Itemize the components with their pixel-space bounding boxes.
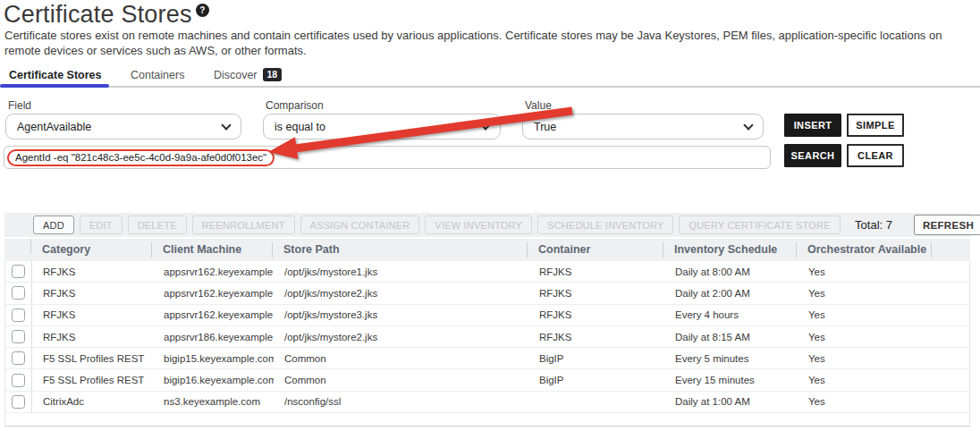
- table-cell: RFJKS: [528, 266, 664, 277]
- row-checkbox[interactable]: [12, 374, 25, 387]
- table-cell: F5 SSL Profiles REST: [32, 375, 153, 385]
- row-checkbox-cell: [5, 283, 32, 303]
- column-header-client-machine[interactable]: Client Machine: [152, 242, 273, 258]
- grid-toolbar: ADD EDIT DELETE REENROLLMENT ASSIGN CONT…: [4, 213, 970, 237]
- table-cell: Every 5 minutes: [664, 353, 798, 364]
- table-cell: /opt/jks/mystore3.jks: [274, 309, 528, 320]
- certificate-stores-page: Certificate Stores ? Certificate stores …: [0, 0, 980, 431]
- table-cell: Every 4 hours: [664, 309, 798, 320]
- table-cell: RFJKS: [528, 309, 664, 320]
- table-cell: CitrixAdc: [32, 396, 153, 407]
- table-cell: Daily at 2:00 AM: [664, 288, 798, 299]
- value-select[interactable]: True: [522, 114, 764, 139]
- page-title: Certificate Stores: [4, 1, 192, 29]
- table-cell: Daily at 8:00 AM: [664, 266, 798, 277]
- table-cell: ns3.keyexample.com: [153, 396, 274, 407]
- table-cell: bigip15.keyexample.com: [153, 353, 274, 364]
- chevron-down-icon: [743, 120, 753, 130]
- refresh-button[interactable]: REFRESH: [914, 215, 980, 235]
- row-checkbox[interactable]: [12, 265, 25, 278]
- table-cell: appsrvr186.keyexample.com: [153, 332, 274, 342]
- delete-button: DELETE: [128, 216, 187, 234]
- page-description: Certificate stores exist on remote machi…: [4, 28, 977, 59]
- header-filler: [932, 242, 970, 258]
- table-cell: Yes: [798, 396, 933, 407]
- help-icon[interactable]: ?: [196, 4, 209, 17]
- row-checkbox[interactable]: [12, 286, 25, 300]
- row-checkbox-cell: [5, 261, 32, 282]
- row-checkbox-cell: [5, 392, 32, 412]
- table-cell: Yes: [798, 353, 933, 364]
- table-row[interactable]: F5 SSL Profiles RESTbigip16.keyexample.c…: [5, 369, 969, 391]
- table-row[interactable]: RFJKSappsrvr162.keyexample.com/opt/jks/m…: [5, 261, 969, 283]
- tab-bar: Certificate Stores Containers Discover18: [0, 65, 980, 88]
- table-cell: Yes: [798, 266, 933, 277]
- tab-discover[interactable]: Discover18: [214, 68, 282, 81]
- column-header-store-path[interactable]: Store Path: [273, 242, 528, 258]
- table-cell: Common: [274, 375, 528, 385]
- table-cell: Yes: [798, 332, 933, 342]
- insert-button[interactable]: INSERT: [784, 114, 841, 137]
- column-header-orchestrator-available[interactable]: Orchestrator Available: [797, 242, 932, 258]
- table-cell: RFJKS: [32, 266, 153, 277]
- table-row[interactable]: RFJKSappsrvr186.keyexample.com/opt/jks/m…: [5, 326, 969, 348]
- add-button[interactable]: ADD: [33, 216, 74, 234]
- comparison-select[interactable]: is equal to: [263, 114, 501, 139]
- tab-certificate-stores[interactable]: Certificate Stores: [9, 69, 102, 81]
- table-cell: RFJKS: [32, 288, 153, 299]
- view-inventory-button: VIEW INVENTORY: [425, 216, 532, 234]
- schedule-inventory-button: SCHEDULE INVENTORY: [537, 216, 673, 234]
- select-all-column: [4, 239, 31, 254]
- table-cell: /nsconfig/ssl: [274, 396, 528, 407]
- table-row[interactable]: RFJKSappsrvr162.keyexample.com/opt/jks/m…: [5, 283, 969, 304]
- row-checkbox[interactable]: [12, 395, 25, 409]
- row-checkbox[interactable]: [12, 351, 25, 365]
- comparison-label: Comparison: [266, 99, 324, 112]
- table-cell: appsrvr162.keyexample.com: [153, 288, 274, 299]
- column-header-category[interactable]: Category: [31, 242, 152, 258]
- tab-containers[interactable]: Containers: [131, 69, 184, 81]
- table-cell: /opt/jks/mystore2.jks: [274, 288, 528, 299]
- column-header-container[interactable]: Container: [528, 242, 663, 258]
- query-input[interactable]: AgentId -eq "821c48c3-ee5c-4c0d-9a9a-afe…: [4, 146, 771, 169]
- table-cell: /opt/jks/mystore2.jks: [274, 332, 528, 342]
- table-cell: appsrvr162.keyexample.com: [153, 266, 274, 277]
- table-cell: RFJKS: [528, 288, 664, 299]
- table-cell: bigip16.keyexample.com: [153, 375, 274, 385]
- table-row[interactable]: CitrixAdcns3.keyexample.com/nsconfig/ssl…: [5, 392, 969, 413]
- edit-button: EDIT: [80, 216, 122, 234]
- search-button[interactable]: SEARCH: [784, 144, 841, 167]
- table-footer: [4, 413, 970, 427]
- row-checkbox-cell: [5, 348, 32, 368]
- table-cell: appsrvr162.keyexample.com: [153, 309, 274, 320]
- row-checkbox[interactable]: [12, 330, 25, 343]
- total-count: Total: 7: [855, 218, 892, 232]
- field-select[interactable]: AgentAvailable: [5, 114, 241, 139]
- table-cell: Daily at 1:00 AM: [664, 396, 798, 407]
- table-row[interactable]: F5 SSL Profiles RESTbigip15.keyexample.c…: [5, 348, 969, 369]
- row-checkbox-cell: [5, 305, 32, 325]
- certificate-stores-table: Category Client Machine Store Path Conta…: [4, 239, 970, 427]
- table-cell: RFJKS: [32, 332, 153, 342]
- table-cell: BigIP: [528, 353, 664, 364]
- clear-button[interactable]: CLEAR: [847, 144, 904, 167]
- table-cell: /opt/jks/mystore1.jks: [274, 266, 528, 277]
- reenrollment-button: REENROLLMENT: [192, 216, 295, 234]
- query-annotation-highlight: AgentId -eq "821c48c3-ee5c-4c0d-9a9a-afe…: [7, 149, 275, 166]
- table-body: RFJKSappsrvr162.keyexample.com/opt/jks/m…: [4, 261, 970, 413]
- tab-discover-label: Discover: [214, 69, 258, 81]
- column-header-inventory-schedule[interactable]: Inventory Schedule: [663, 242, 797, 258]
- field-select-value: AgentAvailable: [17, 121, 223, 133]
- table-header-row: Category Client Machine Store Path Conta…: [4, 239, 970, 261]
- table-cell: Daily at 8:15 AM: [664, 332, 798, 342]
- table-cell: Every 15 minutes: [664, 375, 798, 385]
- query-text: AgentId -eq "821c48c3-ee5c-4c0d-9a9a-afe…: [15, 152, 266, 163]
- row-checkbox[interactable]: [12, 308, 25, 322]
- table-row[interactable]: RFJKSappsrvr162.keyexample.com/opt/jks/m…: [5, 305, 969, 326]
- page-header: Certificate Stores ?: [4, 1, 209, 29]
- active-tab-indicator: [0, 84, 109, 88]
- table-cell: Yes: [798, 309, 933, 320]
- simple-button[interactable]: SIMPLE: [847, 114, 904, 137]
- table-cell: RFJKS: [32, 309, 153, 320]
- table-cell: Yes: [798, 375, 933, 385]
